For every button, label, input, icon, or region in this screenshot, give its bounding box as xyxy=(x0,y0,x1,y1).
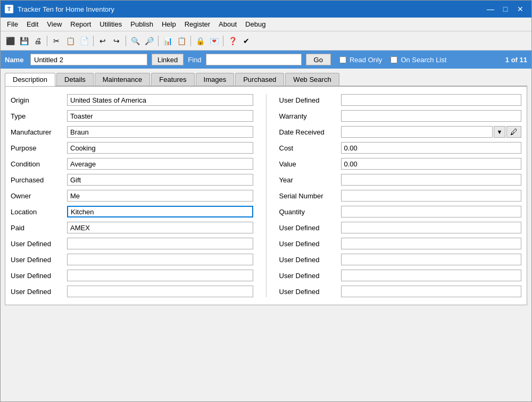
go-button[interactable]: Go xyxy=(306,54,331,65)
field-row-quantity: Quantity xyxy=(279,206,522,217)
list-icon[interactable]: 📋 xyxy=(175,35,188,47)
label-purpose: Purpose xyxy=(11,144,64,152)
form-panel: OriginTypeManufacturerPurposeConditionPu… xyxy=(5,86,527,305)
label-owner: Owner xyxy=(11,192,64,200)
menu-item-report[interactable]: Report xyxy=(66,19,95,29)
input-r-user-defined-2[interactable] xyxy=(341,222,522,233)
tab-images[interactable]: Images xyxy=(196,73,235,86)
input-date-received[interactable] xyxy=(341,126,493,138)
tab-description[interactable]: Description xyxy=(5,73,55,86)
main-window: T Tracker Ten for Home Inventory — □ ✕ F… xyxy=(0,0,532,402)
input-manufacturer[interactable] xyxy=(67,126,253,138)
read-only-label: Read Only xyxy=(350,56,382,64)
on-search-list-checkbox-group[interactable]: On Search List xyxy=(390,56,446,64)
search-icon[interactable]: 🔍 xyxy=(129,35,142,47)
input-user-defined-1[interactable] xyxy=(67,238,253,249)
print-icon[interactable]: 🖨 xyxy=(31,35,44,47)
find-input[interactable] xyxy=(206,54,302,65)
menu-item-help[interactable]: Help xyxy=(157,19,180,29)
input-value[interactable] xyxy=(341,158,522,170)
label-user-defined-4: User Defined xyxy=(11,288,64,296)
input-year[interactable] xyxy=(341,174,522,186)
open-icon[interactable]: ⬛ xyxy=(4,35,16,47)
minimize-button[interactable]: — xyxy=(484,4,497,14)
menu-item-edit[interactable]: Edit xyxy=(22,19,43,29)
input-user-defined-3[interactable] xyxy=(67,270,253,281)
find-label: Find xyxy=(188,56,201,64)
menu-bar: FileEditViewReportUtilitiesPublishHelpRe… xyxy=(1,18,531,31)
toolbar-separator xyxy=(47,36,47,46)
input-location[interactable] xyxy=(67,206,253,217)
label-r-user-defined-1: User Defined xyxy=(279,96,338,104)
input-user-defined-4[interactable] xyxy=(67,286,253,297)
menu-item-debug[interactable]: Debug xyxy=(241,19,270,29)
close-button[interactable]: ✕ xyxy=(513,4,527,14)
menu-item-utilities[interactable]: Utilities xyxy=(95,19,126,29)
read-only-checkbox-group[interactable]: Read Only xyxy=(339,56,382,64)
paste-icon[interactable]: 📄 xyxy=(78,35,90,47)
zoom-icon[interactable]: 🔎 xyxy=(143,35,155,47)
field-row-owner: Owner xyxy=(11,190,253,202)
input-type[interactable] xyxy=(67,110,253,122)
calendar-dropdown-icon[interactable]: ▼ xyxy=(494,126,505,138)
record-count: 1 of 11 xyxy=(505,56,527,64)
tab-web-search[interactable]: Web Search xyxy=(285,73,339,86)
label-paid: Paid xyxy=(11,224,64,232)
label-r-user-defined-5: User Defined xyxy=(279,272,338,280)
calendar-picker-icon[interactable]: 🖊 xyxy=(506,126,521,138)
lock-icon[interactable]: 🔒 xyxy=(194,35,206,47)
field-row-value: Value xyxy=(279,158,522,170)
date-row-date-received: ▼🖊 xyxy=(341,126,522,138)
copy-icon[interactable]: 📋 xyxy=(64,35,77,47)
field-row-purpose: Purpose xyxy=(11,142,253,154)
input-serial-number[interactable] xyxy=(341,190,522,202)
input-paid[interactable] xyxy=(67,222,253,233)
title-buttons: — □ ✕ xyxy=(484,4,527,14)
toolbar-separator xyxy=(126,36,126,46)
input-r-user-defined-6[interactable] xyxy=(341,286,522,297)
input-r-user-defined-3[interactable] xyxy=(341,238,522,249)
tab-features[interactable]: Features xyxy=(151,73,194,86)
maximize-button[interactable]: □ xyxy=(498,4,512,14)
label-condition: Condition xyxy=(11,160,64,168)
menu-item-about[interactable]: About xyxy=(214,19,241,29)
input-warranty[interactable] xyxy=(341,110,522,122)
name-bar: Name Linked Find Go Read Only On Search … xyxy=(1,51,531,69)
tab-maintenance[interactable]: Maintenance xyxy=(95,73,150,86)
input-quantity[interactable] xyxy=(341,206,522,217)
field-row-user-defined-1: User Defined xyxy=(11,238,253,249)
field-row-type: Type xyxy=(11,110,253,122)
input-condition[interactable] xyxy=(67,158,253,170)
label-user-defined-2: User Defined xyxy=(11,256,64,264)
input-origin[interactable] xyxy=(67,94,253,106)
linked-button[interactable]: Linked xyxy=(152,54,184,65)
mail-icon[interactable]: 💌 xyxy=(207,35,220,47)
name-input[interactable] xyxy=(30,54,147,65)
check-icon[interactable]: ✔ xyxy=(240,35,253,47)
input-r-user-defined-5[interactable] xyxy=(341,270,522,281)
input-user-defined-2[interactable] xyxy=(67,254,253,265)
label-serial-number: Serial Number xyxy=(279,192,338,200)
redo-icon[interactable]: ↪ xyxy=(110,35,123,47)
read-only-checkbox[interactable] xyxy=(339,56,346,63)
menu-item-register[interactable]: Register xyxy=(180,19,214,29)
help-icon[interactable]: ❓ xyxy=(226,35,239,47)
field-row-manufacturer: Manufacturer xyxy=(11,126,253,138)
tab-purchased[interactable]: Purchased xyxy=(235,73,284,86)
menu-item-publish[interactable]: Publish xyxy=(126,19,157,29)
tab-details[interactable]: Details xyxy=(56,73,94,86)
input-owner[interactable] xyxy=(67,190,253,202)
menu-item-file[interactable]: File xyxy=(3,19,22,29)
on-search-list-checkbox[interactable] xyxy=(390,56,397,63)
input-cost[interactable] xyxy=(341,142,522,154)
save-icon[interactable]: 💾 xyxy=(18,35,30,47)
cut-icon[interactable]: ✂ xyxy=(50,35,63,47)
input-purpose[interactable] xyxy=(67,142,253,154)
input-r-user-defined-4[interactable] xyxy=(341,254,522,265)
report-icon[interactable]: 📊 xyxy=(161,35,174,47)
name-label: Name xyxy=(5,56,26,64)
menu-item-view[interactable]: View xyxy=(43,19,66,29)
input-r-user-defined-1[interactable] xyxy=(341,94,522,106)
input-purchased[interactable] xyxy=(67,174,253,186)
undo-icon[interactable]: ↩ xyxy=(96,35,109,47)
